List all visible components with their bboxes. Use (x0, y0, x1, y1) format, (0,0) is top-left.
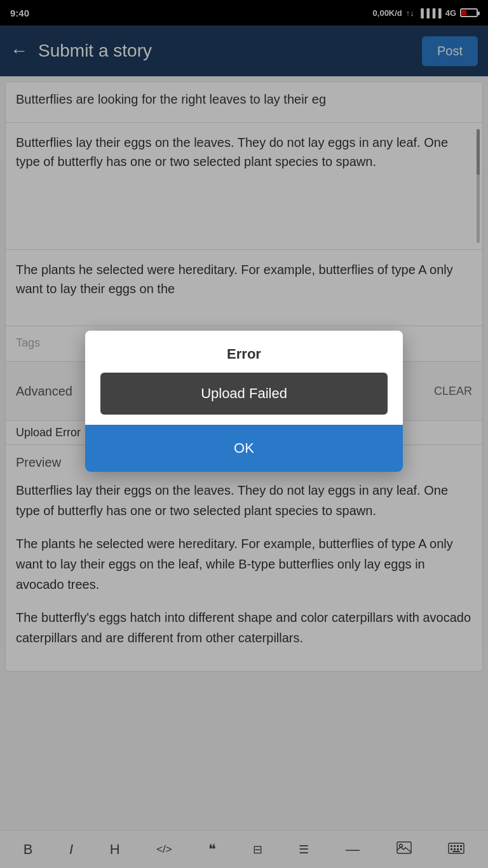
error-dialog: Error Upload Failed OK (85, 331, 403, 472)
modal-overlay: Error Upload Failed OK (0, 0, 488, 868)
ok-button[interactable]: OK (85, 425, 403, 472)
modal-title: Error (85, 331, 403, 368)
modal-body: Upload Failed (85, 368, 403, 425)
upload-failed-banner: Upload Failed (100, 373, 388, 415)
